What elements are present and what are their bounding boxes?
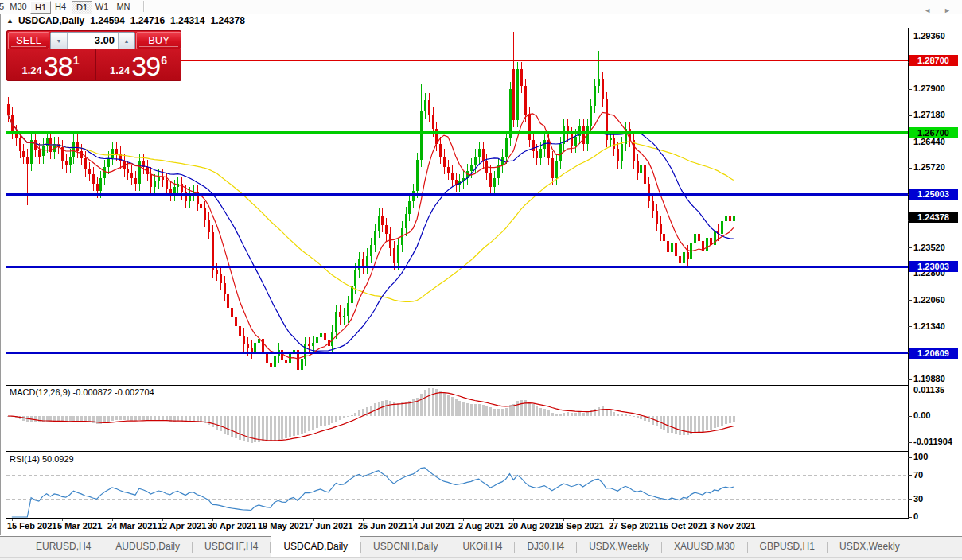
price-tick-label: 1.21340 xyxy=(913,321,945,331)
date-label: 19 May 2021 xyxy=(258,521,309,531)
price-badge-1.20609: 1.20609 xyxy=(909,348,958,359)
chart-tab-eurusd-h4[interactable]: EURUSD,H4 xyxy=(24,537,103,558)
date-label: 5 Mar 2021 xyxy=(57,521,102,531)
date-label: 14 Jul 2021 xyxy=(408,521,455,531)
price-badge-1.28700: 1.28700 xyxy=(909,55,958,66)
price-badge-1.24378: 1.24378 xyxy=(909,212,958,223)
rsi-tick-label: 70 xyxy=(913,470,923,480)
date-label: 24 Mar 2021 xyxy=(107,521,157,531)
tab-bar-left-pad xyxy=(0,537,24,558)
date-label: 2 Aug 2021 xyxy=(458,521,504,531)
date-label: 7 Jun 2021 xyxy=(308,521,352,531)
chart-tab-audusd-daily[interactable]: AUDUSD,Daily xyxy=(103,537,192,558)
sell-quote-big-digits: 38 xyxy=(44,52,72,80)
chart-tab-usdcad-daily[interactable]: USDCAD,Daily xyxy=(271,536,360,558)
date-label: 3 Nov 2021 xyxy=(710,521,755,531)
chart-canvas[interactable] xyxy=(0,0,962,560)
rsi-tick-label: 100 xyxy=(913,452,928,461)
volume-value[interactable]: 3.00 xyxy=(68,33,118,49)
chart-tab-usdchf-h4[interactable]: USDCHF,H4 xyxy=(193,537,270,558)
date-label: 15 Feb 2021 xyxy=(7,521,56,531)
sell-quote-pipette: 1 xyxy=(73,54,80,67)
macd-tick-label: 0.00 xyxy=(913,410,930,420)
sell-quote[interactable]: 1.24 38 1 xyxy=(8,49,93,80)
volume-decrease-icon[interactable]: ▼ xyxy=(51,33,68,49)
chart-tab-bar: EURUSD,H4AUDUSD,DailyUSDCHF,H4USDCAD,Dai… xyxy=(0,536,962,558)
trading-terminal: { "toolbar": { "timeframes": [ {"label":… xyxy=(0,0,962,560)
chart-tab-usdcnh-daily[interactable]: USDCNH,Daily xyxy=(361,537,450,558)
buy-quote-big-digits: 39 xyxy=(131,52,160,80)
date-label: 20 Aug 2021 xyxy=(508,521,559,531)
price-tick-label: 1.29360 xyxy=(913,31,945,41)
price-badge-1.23003: 1.23003 xyxy=(909,261,958,272)
sell-quote-prefix: 1.24 xyxy=(22,64,42,76)
date-label: 27 Sep 2021 xyxy=(609,521,659,531)
buy-quote-pipette: 6 xyxy=(161,54,167,67)
rsi-label: RSI(14) 50.0929 xyxy=(10,454,74,464)
chart-tab-ukoil-h4[interactable]: UKOil,H4 xyxy=(450,537,514,558)
chart-tab-dj30-h4[interactable]: DJ30,H4 xyxy=(515,537,576,558)
chart-tab-usdx-weekly[interactable]: USDX,Weekly xyxy=(577,537,661,558)
date-label: 8 Sep 2021 xyxy=(559,521,604,531)
date-label: 12 Apr 2021 xyxy=(158,521,206,531)
rsi-tick-label: 0 xyxy=(913,511,918,521)
buy-quote[interactable]: 1.24 39 6 xyxy=(95,49,181,80)
macd-label: MACD(12,26,9) -0.000872 -0.002704 xyxy=(10,387,154,397)
one-click-trade-panel: SELL ▼ 3.00 ▲ BUY 1.24 38 1 1.24 39 6 xyxy=(6,30,181,81)
rsi-tick-label: 30 xyxy=(913,494,923,504)
date-label: 30 Apr 2021 xyxy=(208,521,256,531)
volume-stepper[interactable]: ▼ 3.00 ▲ xyxy=(50,32,135,49)
price-tick-label: 1.27900 xyxy=(913,84,945,93)
price-tick-label: 1.19880 xyxy=(913,374,945,383)
chart-tab-usdx-weekly[interactable]: USDX,Weekly xyxy=(828,537,912,558)
buy-quote-prefix: 1.24 xyxy=(110,64,130,76)
volume-increase-icon[interactable]: ▲ xyxy=(118,33,134,49)
price-tick-label: 1.22060 xyxy=(913,295,945,305)
sell-button[interactable]: SELL xyxy=(8,32,49,49)
price-tick-label: 1.25720 xyxy=(913,162,945,172)
price-tick-label: 1.23520 xyxy=(913,243,945,252)
status-strip xyxy=(0,557,962,560)
buy-button[interactable]: BUY xyxy=(136,32,181,49)
date-label: 15 Oct 2021 xyxy=(659,521,707,531)
price-badge-1.25003: 1.25003 xyxy=(909,189,958,200)
tab-scroll-left-icon[interactable]: ◄ xyxy=(924,6,931,15)
chart-tab-xauusd-m30[interactable]: XAUUSD,M30 xyxy=(662,537,747,558)
date-label: 25 Jun 2021 xyxy=(358,521,407,531)
macd-tick-label: 0.01135 xyxy=(913,385,944,395)
tab-scroll-right-icon[interactable]: ► xyxy=(944,6,951,15)
chart-tab-gbpusd-h1[interactable]: GBPUSD,H1 xyxy=(748,537,827,558)
price-badge-1.26700: 1.26700 xyxy=(909,127,958,138)
macd-tick-label: -0.011904 xyxy=(913,437,952,446)
price-tick-label: 1.27180 xyxy=(913,110,945,119)
